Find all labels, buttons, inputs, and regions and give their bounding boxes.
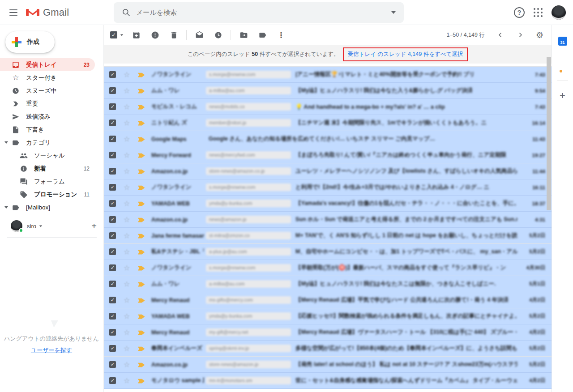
gmail-logo[interactable]: Gmail bbox=[26, 7, 93, 18]
row-importance-marker[interactable] bbox=[137, 233, 146, 239]
row-importance-marker[interactable] bbox=[137, 313, 146, 319]
row-importance-marker[interactable] bbox=[137, 120, 146, 126]
chevron-left-icon[interactable] bbox=[496, 31, 505, 39]
thread-row[interactable]: ✓ ☆ モビルス・レコム news@mobils.co 💡 And handhe… bbox=[104, 99, 552, 115]
thread-row[interactable]: ✓ ☆ Amazon.co.jp store-news@amazon.jp 【発… bbox=[104, 357, 552, 373]
labels-button[interactable] bbox=[258, 30, 267, 39]
thread-row[interactable]: ✓ ☆ Mercy Forward news@mercyfwd.com 【まぼろ… bbox=[104, 147, 552, 163]
row-checkbox[interactable]: ✓ bbox=[109, 184, 116, 191]
row-checkbox[interactable]: ✓ bbox=[109, 168, 116, 175]
find-user-link[interactable]: ユーザーを探す bbox=[0, 346, 103, 354]
thread-row[interactable]: ✓ ☆ ムム・ワレ a-milba@au.com 【My辿】ヒュノハラスリ! 我… bbox=[104, 83, 552, 99]
collapse-caret-icon[interactable] bbox=[4, 141, 8, 145]
thread-row[interactable]: ✓ ☆ Google Maps Google さん、あなたの知る場所を広めてくだ… bbox=[104, 131, 552, 147]
thread-row[interactable]: ✓ ☆ ノワタンライン s.morga@nnwnw.com 【早朝受取(万が(🉐… bbox=[104, 260, 552, 276]
sidebar-item-categories[interactable]: カテゴリ bbox=[0, 136, 95, 149]
main-menu-icon[interactable] bbox=[4, 4, 22, 21]
row-star-icon[interactable]: ☆ bbox=[124, 184, 131, 191]
thread-row[interactable]: ✓ ☆ YAMADA WEB ymda@y-bunka.com 【応援ヒッセ!!… bbox=[104, 308, 552, 324]
row-star-icon[interactable]: ☆ bbox=[124, 136, 131, 143]
row-importance-marker[interactable] bbox=[137, 249, 146, 255]
calendar-icon[interactable]: 31 bbox=[558, 37, 567, 46]
row-checkbox[interactable]: ✓ bbox=[109, 232, 116, 239]
thread-row[interactable]: ✓ ☆ Amazon.co.jp store-news@amazon.co.jp… bbox=[104, 163, 552, 179]
select-all-conversations-link[interactable]: 受信トレイ のスレッド 4,149 件をすべて選択 bbox=[348, 51, 463, 57]
row-star-icon[interactable]: ☆ bbox=[124, 87, 131, 94]
thread-row[interactable]: ✓ ☆ Amazon.co.jp news@amazon.jp Sun ホル・S… bbox=[104, 212, 552, 228]
report-spam-button[interactable] bbox=[150, 30, 159, 39]
row-importance-marker[interactable] bbox=[137, 329, 146, 335]
thread-row[interactable]: ✓ ☆ ノワタンライン s.morga@nnwnw.com と利用で!【2nd!… bbox=[104, 179, 552, 196]
row-importance-marker[interactable] bbox=[137, 88, 146, 94]
thread-row[interactable]: ✓ ☆ 春岡本インベルーズ spring@okmt-inv.jp 多様な空間が広… bbox=[104, 341, 552, 357]
row-checkbox[interactable]: ✓ bbox=[109, 248, 116, 255]
profile-avatar[interactable] bbox=[11, 220, 22, 232]
mark-as-read-button[interactable] bbox=[195, 30, 204, 39]
row-checkbox[interactable]: ✓ bbox=[109, 71, 116, 78]
row-star-icon[interactable]: ☆ bbox=[124, 103, 131, 111]
snooze-button[interactable] bbox=[214, 30, 222, 39]
more-button[interactable]: ⋮ bbox=[277, 30, 286, 39]
row-star-icon[interactable]: ☆ bbox=[124, 152, 131, 159]
row-checkbox[interactable]: ✓ bbox=[109, 200, 116, 207]
settings-icon[interactable]: ⚙ bbox=[536, 31, 543, 39]
sidebar-item-sent[interactable]: 送信済み bbox=[0, 110, 95, 123]
row-star-icon[interactable]: ☆ bbox=[124, 313, 131, 320]
help-icon[interactable]: ? bbox=[514, 7, 525, 18]
sidebar-item-drafts[interactable]: 下書き bbox=[0, 123, 95, 136]
row-star-icon[interactable]: ☆ bbox=[124, 361, 131, 368]
row-star-icon[interactable]: ☆ bbox=[124, 216, 131, 223]
sidebar-item-inbox[interactable]: 受信トレイ 23 bbox=[0, 58, 95, 71]
row-importance-marker[interactable] bbox=[137, 281, 146, 287]
thread-row[interactable]: ✓ ☆ ムム・ワレ a-milba@au.com 【My辿】ヒュノハラスリ! 我… bbox=[104, 276, 552, 292]
row-checkbox[interactable]: ✓ bbox=[109, 329, 116, 336]
search-input[interactable] bbox=[136, 9, 391, 16]
thread-row[interactable]: ✓ ☆ ニトリ紀ん ズ member@nitori.jp 【ニチマン週 末】今期… bbox=[104, 115, 552, 131]
row-star-icon[interactable]: ☆ bbox=[124, 119, 131, 127]
archive-button[interactable] bbox=[132, 30, 141, 39]
sidebar-item-starred[interactable]: ☆ スター付き bbox=[0, 71, 95, 84]
sidebar-item-social[interactable]: ソーシャル bbox=[0, 149, 95, 162]
row-checkbox[interactable]: ✓ bbox=[109, 136, 116, 142]
select-options-caret-icon[interactable] bbox=[120, 34, 123, 36]
row-checkbox[interactable]: ✓ bbox=[109, 264, 116, 271]
thread-row[interactable]: ✓ ☆ Mercy Renaud my-gift@mercy.net 【Merc… bbox=[104, 324, 552, 341]
row-importance-marker[interactable] bbox=[137, 362, 146, 367]
sidebar-item-updates[interactable]: 新着 12 bbox=[0, 162, 95, 175]
row-checkbox[interactable]: ✓ bbox=[109, 361, 116, 368]
row-checkbox[interactable]: ✓ bbox=[109, 377, 116, 384]
thread-row[interactable]: ✓ ☆ Jana ferme famasang st-mitra@zmzon.c… bbox=[104, 228, 552, 244]
row-checkbox[interactable]: ✓ bbox=[109, 103, 116, 110]
row-star-icon[interactable]: ☆ bbox=[124, 345, 131, 352]
row-star-icon[interactable]: ☆ bbox=[124, 248, 131, 256]
row-importance-marker[interactable] bbox=[137, 104, 146, 110]
collapse-caret-icon[interactable] bbox=[4, 206, 8, 209]
apps-grid-icon[interactable] bbox=[534, 8, 543, 17]
row-importance-marker[interactable] bbox=[137, 378, 146, 383]
row-importance-marker[interactable] bbox=[137, 265, 146, 271]
row-importance-marker[interactable] bbox=[137, 72, 146, 77]
thread-row[interactable]: ✓ ☆ ノワタンライン s.morga@nnwnw.com |アニー情報区🏆⚡|… bbox=[104, 67, 552, 83]
row-checkbox[interactable]: ✓ bbox=[109, 119, 116, 126]
row-star-icon[interactable]: ☆ bbox=[124, 281, 131, 288]
row-star-icon[interactable]: ☆ bbox=[124, 329, 131, 336]
thread-row[interactable]: ✓ ☆ YAMADA WEB ymda@y-bunka.com 【Yamada'… bbox=[104, 196, 552, 212]
row-checkbox[interactable]: ✓ bbox=[109, 152, 116, 158]
thread-row[interactable]: ✓ ☆ Mercy Renaud ms-gifts@mercy.com 【Mer… bbox=[104, 292, 552, 308]
row-importance-marker[interactable] bbox=[137, 345, 146, 351]
row-importance-marker[interactable] bbox=[137, 200, 146, 206]
row-importance-marker[interactable] bbox=[137, 168, 146, 174]
row-importance-marker[interactable] bbox=[137, 136, 146, 142]
row-checkbox[interactable]: ✓ bbox=[109, 87, 116, 94]
row-star-icon[interactable]: ☆ bbox=[124, 71, 131, 78]
sidebar-item-mailbox-label[interactable]: [Mailbox] bbox=[0, 201, 95, 214]
row-checkbox[interactable]: ✓ bbox=[109, 297, 116, 303]
row-star-icon[interactable]: ☆ bbox=[124, 168, 131, 175]
row-star-icon[interactable]: ☆ bbox=[124, 200, 131, 207]
row-checkbox[interactable]: ✓ bbox=[109, 216, 116, 223]
row-star-icon[interactable]: ☆ bbox=[124, 297, 131, 304]
row-importance-marker[interactable] bbox=[137, 217, 146, 222]
sidebar-item-forums[interactable]: フォーラム bbox=[0, 175, 95, 188]
chevron-right-icon[interactable] bbox=[516, 31, 524, 39]
sidebar-item-promotions[interactable]: プロモーション 11 bbox=[0, 188, 95, 201]
